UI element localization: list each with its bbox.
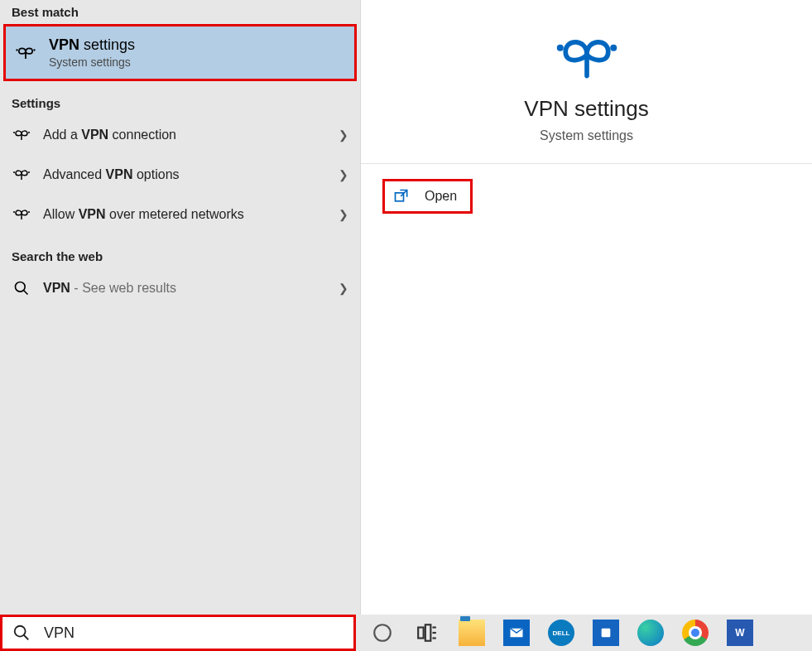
best-match-title: VPN settings [49, 36, 135, 54]
svg-rect-17 [418, 628, 424, 639]
web-result-label: VPN - See web results [43, 281, 339, 296]
search-icon [12, 624, 31, 642]
settings-item-add-vpn[interactable]: Add a VPN connection ❯ [0, 115, 360, 155]
svg-rect-18 [425, 624, 431, 641]
svg-point-10 [556, 45, 563, 51]
file-explorer-button[interactable] [459, 620, 485, 646]
svg-point-14 [15, 626, 26, 637]
task-view-button[interactable] [414, 620, 440, 646]
svg-point-5 [28, 171, 30, 173]
vpn-icon [554, 33, 620, 81]
open-label: Open [425, 189, 457, 204]
movies-tv-button[interactable] [593, 620, 619, 646]
section-best-match-label: Best match [0, 0, 360, 24]
best-match-subtitle: System settings [49, 55, 135, 69]
vpn-icon [12, 205, 31, 224]
settings-item-advanced-vpn[interactable]: Advanced VPN options ❯ [0, 155, 360, 195]
settings-item-label: Add a VPN connection [43, 128, 339, 142]
word-button[interactable]: W [727, 620, 753, 646]
web-result-vpn[interactable]: VPN - See web results ❯ [0, 268, 360, 308]
mail-button[interactable] [503, 620, 530, 646]
settings-item-label: Allow VPN over metered networks [43, 207, 339, 222]
svg-point-8 [16, 282, 26, 292]
svg-point-2 [13, 132, 15, 133]
edge-button[interactable] [637, 620, 664, 646]
svg-point-0 [16, 49, 17, 51]
settings-item-label: Advanced VPN options [43, 167, 339, 182]
detail-subtitle: System settings [361, 128, 812, 143]
search-icon [12, 278, 31, 298]
cortana-button[interactable] [369, 620, 396, 646]
dell-app-button[interactable]: DELL [548, 620, 574, 646]
open-external-icon [393, 188, 410, 205]
chrome-button[interactable] [682, 620, 709, 646]
vpn-icon [12, 165, 31, 185]
detail-title: VPN settings [361, 96, 812, 122]
search-results-panel: Best match VPN settings System settings … [0, 0, 361, 615]
result-detail-panel: VPN settings System settings Open [361, 0, 812, 615]
detail-header: VPN settings System settings [361, 0, 812, 164]
taskbar: DELL W [0, 615, 812, 651]
section-settings-label: Settings [0, 91, 360, 115]
svg-point-16 [374, 624, 391, 641]
svg-point-11 [610, 45, 617, 51]
section-web-label: Search the web [0, 244, 360, 268]
taskbar-search[interactable] [0, 615, 356, 651]
search-input[interactable] [42, 624, 344, 643]
svg-line-9 [24, 291, 28, 295]
svg-point-1 [33, 49, 35, 51]
svg-point-4 [13, 171, 15, 173]
chevron-right-icon: ❯ [339, 168, 348, 181]
svg-line-15 [24, 635, 29, 640]
svg-point-7 [28, 211, 30, 213]
svg-point-3 [28, 132, 30, 133]
vpn-icon [12, 125, 31, 145]
settings-item-allow-vpn-metered[interactable]: Allow VPN over metered networks ❯ [0, 195, 360, 234]
chevron-right-icon: ❯ [339, 128, 348, 142]
vpn-icon [14, 41, 37, 65]
chevron-right-icon: ❯ [339, 208, 348, 221]
svg-rect-22 [602, 629, 611, 638]
open-button[interactable]: Open [382, 179, 473, 214]
svg-point-6 [13, 211, 15, 213]
best-match-vpn-settings[interactable]: VPN settings System settings [3, 24, 357, 81]
chevron-right-icon: ❯ [339, 282, 348, 295]
